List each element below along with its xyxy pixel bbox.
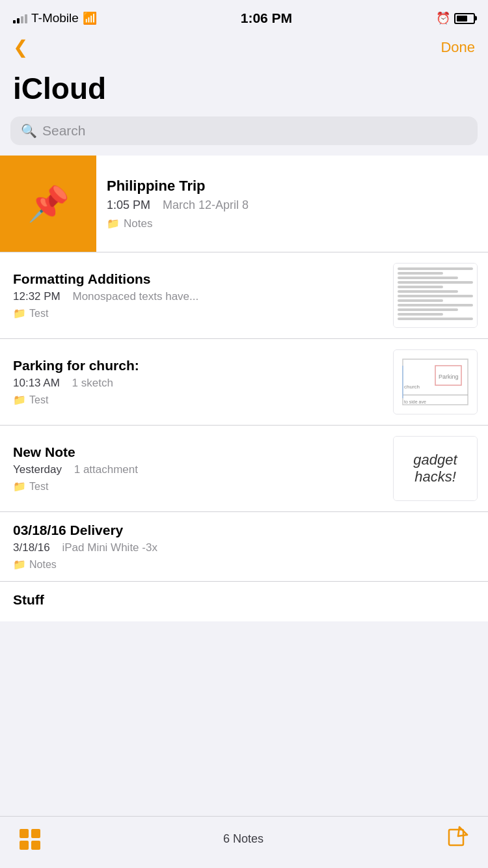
wifi-icon: 📶 [83,11,97,25]
note-item[interactable]: Parking for church: 10:13 AM 1 sketch 📁 … [0,339,488,426]
pinned-note-folder: Notes [124,217,152,230]
svg-rect-7 [449,830,463,845]
pinned-note-meta: 1:05 PM March 12-April 8 [107,198,478,212]
status-time: 1:06 PM [241,10,292,26]
grid-icon[interactable] [20,829,40,850]
svg-line-9 [458,827,459,836]
svg-text:Parking: Parking [439,373,459,380]
pinned-note-content: Philippine Trip 1:05 PM March 12-April 8… [96,156,488,252]
note-thumbnail: gadgethacks! [393,436,478,501]
note-title: 03/18/16 Delivery [13,522,478,538]
note-time: 10:13 AM [13,377,60,389]
compose-icon[interactable] [446,826,468,852]
note-folder-row: 📁 Test [13,480,385,493]
note-item[interactable]: Formatting Additions 12:32 PM Monospaced… [0,252,488,339]
note-text-block: Formatting Additions 12:32 PM Monospaced… [13,271,385,319]
folder-icon: 📁 [107,217,120,230]
done-button[interactable]: Done [441,39,475,56]
status-bar: T-Mobile 📶 1:06 PM ⏰ [0,0,488,33]
notes-list: Formatting Additions 12:32 PM Monospaced… [0,252,488,621]
folder-icon: 📁 [13,394,26,406]
carrier-name: T-Mobile [31,11,79,25]
note-preview: 1 attachment [74,463,138,476]
note-folder: Test [29,481,48,493]
search-bar[interactable]: 🔍 Search [10,116,478,145]
note-text-block: Stuff [13,592,478,611]
note-text-block: New Note Yesterday 1 attachment 📁 Test [13,444,385,493]
note-folder: Notes [29,559,57,571]
note-preview: Monospaced texts have... [73,290,199,303]
page-title: iCloud [0,64,488,116]
note-title: Formatting Additions [13,271,385,287]
status-right: ⏰ [436,11,475,25]
note-folder: Test [29,308,48,319]
folder-icon: 📁 [13,480,26,493]
note-folder-row: 📁 Test [13,307,385,319]
note-folder: Test [29,394,48,406]
pinned-note-date-range: March 12-April 8 [163,198,249,211]
note-title: Parking for church: [13,358,385,373]
note-item[interactable]: New Note Yesterday 1 attachment 📁 Test g… [0,426,488,512]
status-left: T-Mobile 📶 [13,11,97,25]
pinned-note-title: Philippine Trip [107,178,478,195]
signal-bars [13,13,27,23]
note-meta-row: 3/18/16 iPad Mini White -3x [13,541,478,554]
note-thumbnail: Parking church to side ave [393,349,478,414]
note-text-block: Parking for church: 10:13 AM 1 sketch 📁 … [13,358,385,406]
note-meta-row: Yesterday 1 attachment [13,463,385,476]
note-time: 3/18/16 [13,541,50,554]
pinned-note-time: 1:05 PM [107,198,150,211]
pinned-note-folder-row: 📁 Notes [107,217,478,230]
svg-text:church: church [404,384,420,390]
bottom-bar: 6 Notes [0,816,488,868]
svg-line-10 [458,835,467,836]
note-title: Stuff [13,592,478,608]
note-item[interactable]: 03/18/16 Delivery 3/18/16 iPad Mini Whit… [0,512,488,582]
svg-text:to side ave: to side ave [404,400,426,404]
folder-icon: 📁 [13,307,26,319]
note-time: 12:32 PM [13,290,61,303]
pinned-note[interactable]: 📌 Philippine Trip 1:05 PM March 12-April… [0,156,488,252]
alarm-icon: ⏰ [436,11,450,25]
battery [454,13,475,24]
search-container: 🔍 Search [0,116,488,156]
notes-count: 6 Notes [223,832,264,846]
search-icon: 🔍 [21,123,37,139]
note-meta-row: 10:13 AM 1 sketch [13,377,385,390]
note-thumbnail [393,263,478,328]
back-button[interactable]: ❮ [13,36,28,58]
note-time: Yesterday [13,463,62,476]
note-text-block: 03/18/16 Delivery 3/18/16 iPad Mini Whit… [13,522,478,571]
note-preview: 1 sketch [72,377,113,389]
note-item[interactable]: Stuff [0,582,488,621]
note-meta-row: 12:32 PM Monospaced texts have... [13,290,385,303]
gadget-hacks-text: gadgethacks! [413,452,457,486]
pin-icon-block: 📌 [0,156,96,252]
nav-bar: ❮ Done [0,33,488,64]
note-folder-row: 📁 Notes [13,558,478,571]
note-title: New Note [13,444,385,460]
folder-icon: 📁 [13,558,26,571]
pin-icon: 📌 [27,184,70,224]
note-preview: iPad Mini White -3x [62,541,157,554]
search-placeholder[interactable]: Search [42,123,86,139]
note-folder-row: 📁 Test [13,394,385,406]
